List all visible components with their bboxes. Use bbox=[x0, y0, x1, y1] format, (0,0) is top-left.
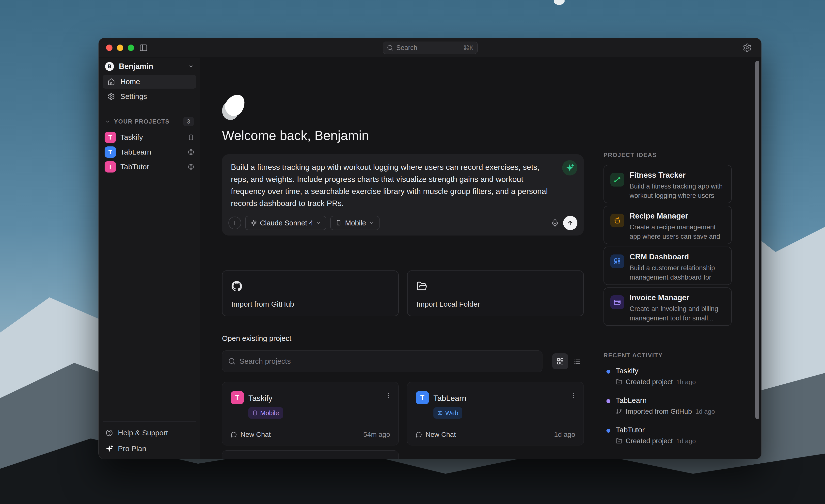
activity-item-taskify[interactable]: Taskify Created project 1h ago bbox=[603, 367, 741, 394]
activity-time: 1h ago bbox=[676, 378, 696, 386]
sidebar-item-tablearn[interactable]: T TabLearn bbox=[103, 145, 196, 159]
activity-action: Imported from GitHub bbox=[626, 408, 692, 415]
search-icon bbox=[387, 45, 393, 51]
project-card-tablearn[interactable]: T TabLearn Web New Chat 1d ago bbox=[407, 382, 584, 445]
idea-card-crm-dashboard[interactable]: CRM Dashboard Build a customer relations… bbox=[603, 246, 732, 285]
pro-plan-label: Pro Plan bbox=[118, 444, 146, 453]
prompt-toolbar: Claude Sonnet 4 Mobile bbox=[228, 216, 578, 230]
idea-title: Fitness Tracker bbox=[629, 171, 685, 179]
model-selector-label: Claude Sonnet 4 bbox=[260, 219, 313, 227]
grid-view-button[interactable] bbox=[552, 353, 568, 369]
project-card-tabtutor[interactable]: T TabTutor bbox=[222, 450, 399, 459]
list-view-button[interactable] bbox=[569, 353, 585, 369]
activity-project-name: Taskify bbox=[616, 367, 639, 375]
kebab-menu-icon[interactable] bbox=[570, 392, 577, 399]
wallet-icon bbox=[610, 295, 624, 309]
prompt-composer[interactable]: Build a fitness tracking app with workou… bbox=[222, 154, 584, 235]
send-button[interactable] bbox=[563, 216, 578, 230]
dashboard-grid-icon bbox=[610, 255, 624, 268]
import-folder-label: Import Local Folder bbox=[417, 300, 480, 308]
vertical-scrollbar[interactable] bbox=[755, 61, 759, 419]
sidebar-item-settings[interactable]: Settings bbox=[103, 89, 196, 103]
main-content: Welcome back, Benjamin Build a fitness t… bbox=[200, 58, 761, 459]
sparkles-icon bbox=[250, 220, 257, 226]
idea-card-invoice-manager[interactable]: Invoice Manager Create an invoicing and … bbox=[603, 287, 732, 326]
settings-gear-icon[interactable] bbox=[743, 43, 752, 53]
chevron-down-icon bbox=[369, 220, 374, 225]
idea-card-recipe-manager[interactable]: Recipe Manager Create a recipe managemen… bbox=[603, 206, 732, 244]
project-card-taskify[interactable]: T Taskify Mobile New Chat 54m ago bbox=[222, 382, 399, 445]
projects-count-badge: 3 bbox=[183, 117, 194, 126]
dumbbell-icon bbox=[610, 173, 624, 187]
activity-detail: Created project 1h ago bbox=[616, 378, 696, 386]
target-selector[interactable]: Mobile bbox=[330, 216, 379, 230]
platform-badge-label: Mobile bbox=[260, 409, 279, 417]
global-search-input[interactable]: Search ⌘K bbox=[383, 42, 478, 54]
new-chat-label[interactable]: New Chat bbox=[426, 431, 550, 439]
sidebar-toggle-icon[interactable] bbox=[139, 43, 148, 52]
activity-item-tablearn[interactable]: TabLearn Imported from GitHub 1d ago bbox=[603, 396, 741, 423]
activity-time: 1d ago bbox=[676, 437, 696, 445]
project-card-title: TabLearn bbox=[433, 394, 466, 403]
chevron-down-icon bbox=[105, 119, 110, 124]
sidebar-item-tabtutor[interactable]: T TabTutor bbox=[103, 160, 196, 174]
project-ideas-title: PROJECT IDEAS bbox=[603, 152, 657, 158]
card-divider bbox=[416, 424, 575, 424]
mic-icon[interactable] bbox=[551, 219, 559, 227]
project-icon: T bbox=[104, 132, 116, 143]
project-card-title: Taskify bbox=[248, 394, 273, 403]
activity-time: 1d ago bbox=[695, 408, 715, 415]
idea-card-fitness-tracker[interactable]: Fitness Tracker Build a fitness tracking… bbox=[603, 165, 732, 203]
search-projects-input[interactable]: Search projects bbox=[222, 350, 542, 372]
new-chat-label[interactable]: New Chat bbox=[240, 431, 360, 439]
help-support-label: Help & Support bbox=[118, 429, 168, 437]
folder-plus-icon bbox=[616, 438, 622, 444]
globe-icon bbox=[188, 149, 194, 155]
sparkles-icon bbox=[566, 164, 574, 172]
activity-item-tabtutor[interactable]: TabTutor Created project 1d ago bbox=[603, 426, 741, 453]
platform-badge: Web bbox=[433, 407, 462, 419]
project-icon: T bbox=[104, 161, 116, 172]
import-folder-card[interactable]: Import Local Folder bbox=[407, 271, 584, 316]
zoom-window-button[interactable] bbox=[128, 45, 134, 51]
platform-badge-label: Web bbox=[445, 409, 458, 417]
activity-project-name: TabTutor bbox=[616, 426, 645, 434]
activity-project-name: TabLearn bbox=[616, 396, 647, 405]
minimize-window-button[interactable] bbox=[117, 45, 123, 51]
model-selector[interactable]: Claude Sonnet 4 bbox=[245, 216, 326, 230]
target-selector-label: Mobile bbox=[345, 219, 366, 227]
account-menu[interactable]: B Benjamin bbox=[99, 60, 200, 73]
search-shortcut: ⌘K bbox=[463, 44, 473, 52]
sidebar-footer-divider bbox=[103, 421, 196, 422]
chevron-down-icon bbox=[316, 220, 321, 225]
projects-section-header[interactable]: YOUR PROJECTS 3 bbox=[103, 117, 196, 127]
import-github-card[interactable]: Import from GitHub bbox=[222, 271, 399, 316]
sidebar-item-taskify[interactable]: T Taskify bbox=[103, 130, 196, 144]
projects-section-label: YOUR PROJECTS bbox=[114, 118, 179, 125]
search-icon bbox=[228, 358, 235, 365]
activity-dot bbox=[606, 399, 610, 403]
sidebar-item-label: Settings bbox=[120, 92, 147, 101]
sidebar-item-home[interactable]: Home bbox=[103, 75, 196, 89]
attach-button[interactable] bbox=[228, 217, 241, 229]
pro-plan-button[interactable]: Pro Plan bbox=[103, 442, 196, 455]
idea-title: Recipe Manager bbox=[629, 212, 688, 220]
enhance-prompt-badge[interactable] bbox=[562, 160, 578, 175]
idea-description: Build a customer relationship management… bbox=[629, 263, 726, 283]
recent-activity-title: RECENT ACTIVITY bbox=[603, 352, 663, 359]
gear-icon bbox=[107, 93, 115, 100]
folder-open-icon bbox=[417, 281, 427, 292]
project-icon: T bbox=[104, 146, 116, 158]
folder-plus-icon bbox=[616, 379, 622, 385]
help-support-button[interactable]: Help & Support bbox=[103, 426, 196, 439]
card-timestamp: 1d ago bbox=[554, 431, 575, 439]
search-projects-placeholder: Search projects bbox=[239, 357, 291, 365]
close-window-button[interactable] bbox=[106, 45, 112, 51]
app-window: Search ⌘K B Benjamin Home Settings bbox=[98, 38, 761, 459]
idea-description: Create a recipe management app where use… bbox=[629, 222, 726, 242]
home-icon bbox=[107, 78, 115, 85]
prompt-input-text[interactable]: Build a fitness tracking app with workou… bbox=[231, 161, 548, 209]
kebab-menu-icon[interactable] bbox=[385, 392, 392, 399]
chat-bubble-icon bbox=[231, 431, 237, 438]
open-existing-title: Open existing project bbox=[222, 334, 291, 343]
